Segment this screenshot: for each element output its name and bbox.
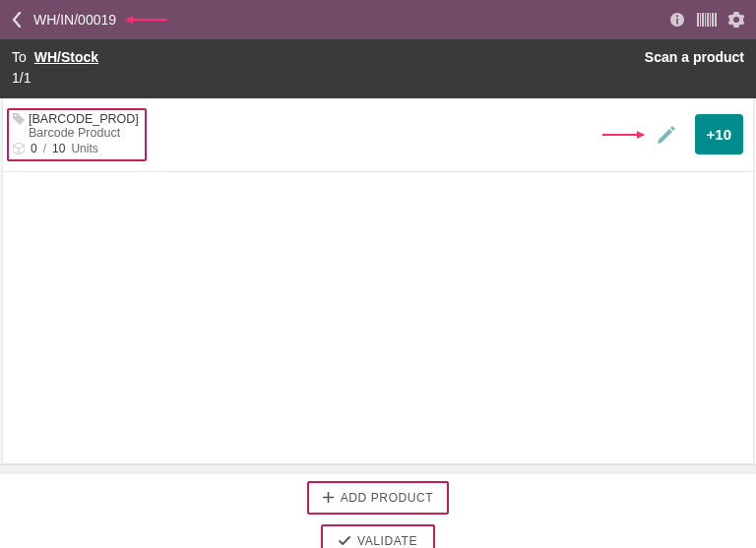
edit-button[interactable] <box>652 120 681 150</box>
back-button[interactable] <box>12 12 22 28</box>
validate-button[interactable]: VALIDATE <box>321 524 435 548</box>
to-label: To <box>12 49 27 65</box>
svg-rect-8 <box>710 13 711 27</box>
scan-prompt: Scan a product <box>645 47 744 65</box>
add-product-button[interactable]: ADD PRODUCT <box>307 481 450 515</box>
gear-icon[interactable] <box>728 12 744 28</box>
product-info-box: [BARCODE_PROD] Barcode Product 0 / 10 Un… <box>7 108 147 161</box>
svg-rect-10 <box>715 13 717 27</box>
svg-point-2 <box>676 15 678 17</box>
tag-icon <box>13 113 25 125</box>
svg-rect-7 <box>707 13 709 27</box>
svg-rect-4 <box>700 13 701 27</box>
plus-icon <box>323 492 334 503</box>
svg-rect-1 <box>676 19 678 25</box>
svg-rect-6 <box>705 13 706 27</box>
qty-expected: 10 <box>52 142 65 155</box>
product-line[interactable]: [BARCODE_PROD] Barcode Product 0 / 10 Un… <box>3 98 753 172</box>
qty-done: 0 <box>31 142 37 155</box>
add-quantity-button[interactable]: +10 <box>695 114 743 154</box>
product-name: Barcode Product <box>13 126 139 140</box>
svg-rect-5 <box>702 13 704 27</box>
destination-location[interactable]: WH/Stock <box>34 49 98 65</box>
cube-icon <box>13 143 25 154</box>
divider <box>0 464 756 474</box>
svg-rect-3 <box>697 13 699 27</box>
qty-separator: / <box>43 142 46 155</box>
svg-rect-9 <box>712 13 714 27</box>
annotation-arrow-title <box>126 19 167 21</box>
check-icon <box>339 536 350 546</box>
svg-point-11 <box>15 114 17 116</box>
uom: Units <box>71 142 97 155</box>
transfer-title: WH/IN/00019 <box>33 12 116 28</box>
annotation-arrow-edit <box>602 134 644 136</box>
validate-label: VALIDATE <box>357 534 417 548</box>
product-code: [BARCODE_PROD] <box>29 112 139 126</box>
page-count: 1/1 <box>12 68 98 88</box>
barcode-icon[interactable] <box>697 13 717 27</box>
info-icon[interactable] <box>669 12 685 28</box>
add-product-label: ADD PRODUCT <box>341 491 434 505</box>
empty-area <box>3 172 753 463</box>
